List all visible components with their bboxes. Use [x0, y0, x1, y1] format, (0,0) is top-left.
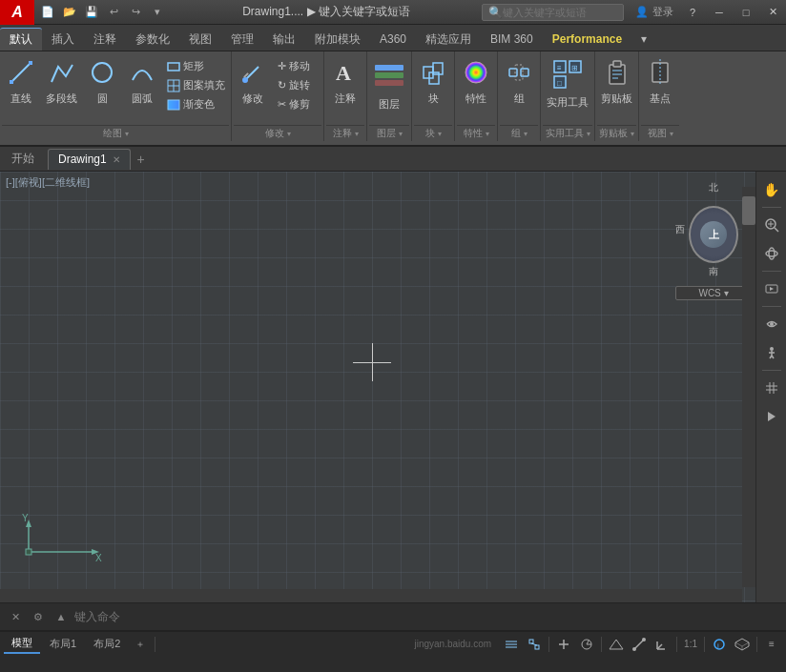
group-group-label[interactable]: 组 ▾ [500, 125, 538, 141]
tab-start[interactable]: 开始 [0, 151, 46, 167]
tab-featured[interactable]: 精选应用 [416, 28, 481, 51]
svg-rect-14 [375, 80, 403, 86]
ribbon-btn-group[interactable]: 组 [500, 55, 538, 108]
layers-group-label[interactable]: 图层 ▾ [369, 125, 409, 141]
ribbon-btn-move[interactable]: ✛ 移动 [274, 57, 321, 75]
ribbon-btn-hatch[interactable]: 图案填充 [163, 76, 229, 94]
modify-group-label[interactable]: 修改 ▾ [234, 125, 321, 141]
qa-save[interactable]: 💾 [82, 3, 101, 22]
search-area[interactable]: 🔍 [482, 4, 624, 21]
help-btn[interactable]: ? [679, 0, 706, 25]
ribbon-btn-utilities[interactable]: ≡ ⊞ □ 实用工具 [543, 55, 592, 112]
ribbon-btn-clipboard[interactable]: 剪贴板 [597, 55, 636, 108]
status-otrack-btn[interactable] [629, 635, 650, 654]
draw-group-label[interactable]: 绘图 ▾ [2, 125, 229, 141]
vscrollbar-thumb[interactable] [742, 196, 755, 225]
status-customization-btn[interactable]: ≡ [761, 635, 782, 654]
tab-a360[interactable]: A360 [370, 28, 416, 51]
app-logo[interactable]: A [0, 0, 34, 25]
tab-extra[interactable]: ▾ [631, 28, 656, 51]
close-btn[interactable]: ✕ [759, 0, 786, 25]
ribbon-btn-arc[interactable]: 圆弧 [123, 55, 161, 108]
viewport-label[interactable]: [-][俯视][二维线框] [6, 175, 90, 190]
tool-grid[interactable] [758, 375, 785, 401]
ribbon-btn-rectangle[interactable]: 矩形 [163, 57, 229, 75]
maximize-btn[interactable]: □ [733, 0, 759, 25]
tab-manage[interactable]: 管理 [221, 28, 263, 51]
tab-annotate[interactable]: 注释 [84, 28, 126, 51]
tab-bim360[interactable]: BIM 360 [481, 28, 543, 51]
ribbon-btn-basepoint[interactable]: 基点 [641, 55, 679, 108]
status-ducs-btn[interactable] [652, 635, 672, 654]
ribbon-btn-layers[interactable]: 图层 [369, 55, 409, 113]
compass-ring[interactable]: 上 [689, 206, 738, 263]
hscrollbar[interactable] [0, 589, 742, 602]
canvas-area[interactable]: [-][俯视][二维线框] Y X 北 西 [0, 172, 786, 602]
tool-showmotion[interactable] [758, 275, 785, 302]
qa-open[interactable]: 📂 [60, 3, 79, 22]
ribbon-btn-gradient[interactable]: 渐变色 [163, 95, 229, 113]
status-grid-btn[interactable] [501, 635, 522, 654]
status-osnap-btn[interactable] [606, 635, 627, 654]
ribbon-btn-properties[interactable]: 特性 [457, 55, 495, 108]
tool-play[interactable] [758, 403, 785, 430]
ribbon-btn-rotate[interactable]: ↻ 旋转 [274, 76, 321, 94]
cmdline-arrow-btn[interactable]: ▲ [52, 607, 71, 626]
canvas-wrapper: ─ □ ✕ [-][俯视][二维线框] Y X 北 [0, 172, 786, 602]
tab-output[interactable]: 输出 [263, 28, 305, 51]
nav-compass: 北 西 上 东 南 WCS ▾ [675, 181, 752, 300]
tab-default[interactable]: 默认 [0, 28, 42, 51]
svg-line-71 [587, 640, 590, 644]
tool-walk[interactable] [758, 339, 785, 366]
ribbon-btn-line[interactable]: 直线 [2, 55, 40, 108]
cmdline-settings-btn[interactable]: ⚙ [29, 607, 48, 626]
status-snap-btn[interactable] [524, 635, 545, 654]
compass-center[interactable]: 上 [700, 221, 727, 248]
cmdline-input[interactable] [74, 610, 780, 623]
annotate-group-label[interactable]: 注释 ▾ [326, 125, 364, 141]
tab-insert[interactable]: 插入 [42, 28, 84, 51]
clipboard-buttons: 剪贴板 [597, 51, 636, 125]
statusbar-add-tab[interactable]: ＋ [130, 635, 151, 654]
basepoint-group-label[interactable]: 视图 ▾ [641, 125, 679, 141]
qa-new[interactable]: 📄 [38, 3, 57, 22]
ribbon-btn-block[interactable]: 块 [414, 55, 452, 108]
tab-addons[interactable]: 附加模块 [305, 28, 370, 51]
utilities-group-label[interactable]: 实用工具 ▾ [543, 125, 592, 141]
qa-redo[interactable]: ↪ [126, 3, 145, 22]
tab-performance[interactable]: Performance [543, 28, 631, 51]
tool-orbit[interactable] [758, 240, 785, 267]
vscrollbar[interactable] [742, 187, 755, 587]
qa-undo[interactable]: ↩ [104, 3, 123, 22]
compass-wcs[interactable]: WCS ▾ [675, 286, 752, 300]
cmdline-close-btn[interactable]: ✕ [6, 607, 25, 626]
ribbon-btn-modify[interactable]: 修改 [234, 55, 272, 108]
search-input[interactable] [503, 7, 617, 18]
status-polar-btn[interactable] [576, 635, 597, 654]
group-icon [506, 59, 532, 90]
clipboard-group-label[interactable]: 剪贴板 ▾ [597, 125, 636, 141]
ribbon-btn-circle[interactable]: 圆 [83, 55, 121, 108]
tab-new[interactable]: + [131, 149, 152, 170]
minimize-btn[interactable]: ─ [706, 0, 733, 25]
statusbar-model[interactable]: 模型 [4, 635, 40, 654]
statusbar-layout1[interactable]: 布局1 [42, 635, 84, 654]
status-qprop-btn[interactable]: i [709, 635, 730, 654]
tab-parametric[interactable]: 参数化 [126, 28, 179, 51]
tool-zoom-extent[interactable] [758, 212, 785, 238]
tab-view[interactable]: 视图 [179, 28, 221, 51]
statusbar-layout2[interactable]: 布局2 [86, 635, 128, 654]
block-group-label[interactable]: 块 ▾ [414, 125, 452, 141]
properties-group-label[interactable]: 特性 ▾ [457, 125, 495, 141]
ribbon-btn-text[interactable]: A 注释 [326, 55, 364, 108]
ribbon-btn-trim[interactable]: ✂ 修剪 [274, 95, 321, 113]
status-iso-btn[interactable] [732, 635, 753, 654]
qa-more[interactable]: ▾ [148, 3, 167, 22]
ribbon-btn-polyline[interactable]: 多段线 [42, 55, 81, 108]
tool-pan[interactable]: ✋ [758, 176, 785, 203]
user-area[interactable]: 👤 登录 [630, 5, 679, 19]
tab-drawing1[interactable]: Drawing1 ✕ [48, 149, 131, 170]
status-ortho-btn[interactable] [553, 635, 574, 654]
tool-look[interactable] [758, 311, 785, 337]
tab-drawing1-close[interactable]: ✕ [113, 154, 120, 165]
